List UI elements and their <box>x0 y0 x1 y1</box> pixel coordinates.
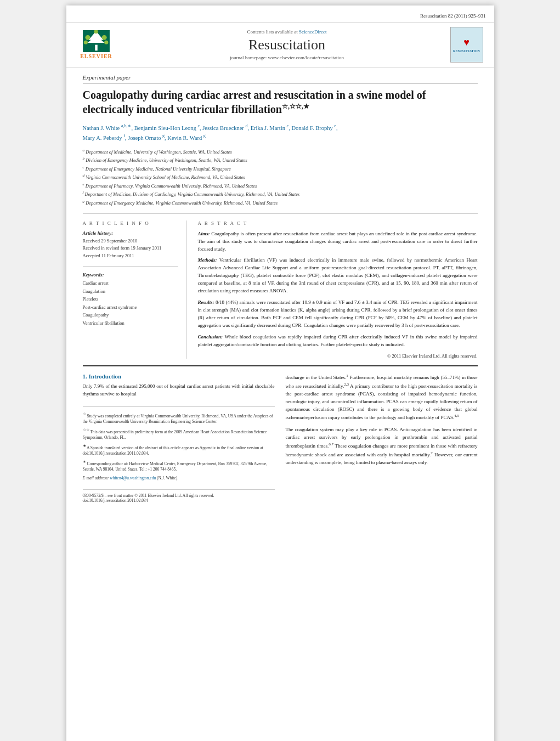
footnote-1: ☆ Study was completed entirely at Virgin… <box>83 411 275 425</box>
abstract-conclusion: Conclusion: Whole blood coagulation was … <box>198 333 478 349</box>
journal-middle: ELSEVIER Contents lists available at Sci… <box>66 22 494 67</box>
rule-in-article-info <box>83 266 178 267</box>
journal-citation: Resuscitation 82 (2011) 925–931 <box>420 13 485 19</box>
intro-para3: The coagulation system may play a key ro… <box>286 426 478 467</box>
keywords-list: Cardiac arrest Coagulation Platelets Pos… <box>83 279 178 327</box>
received-date: Received 29 September 2010 Received in r… <box>83 237 178 260</box>
footnote-3: ★ A Spanish translated version of the ab… <box>83 443 275 457</box>
svg-rect-1 <box>95 45 97 51</box>
journal-logo-right: ♥ RESUSCITATION <box>448 27 486 63</box>
intro-para2: discharge in the United States.1 Further… <box>286 373 478 422</box>
svg-point-4 <box>86 35 90 40</box>
body-col-right: discharge in the United States.1 Further… <box>286 373 478 503</box>
affil-d: d Virginia Commonwealth University Schoo… <box>83 173 478 181</box>
sciencedirect-line: Contents lists available at ScienceDirec… <box>127 29 448 35</box>
article-title: Coagulopathy during cardiac arrest and r… <box>83 88 478 116</box>
affil-a: a Department of Medicine, University of … <box>83 148 478 156</box>
elsevier-tree-icon <box>81 30 111 52</box>
keywords-group: Keywords: Cardiac arrest Coagulation Pla… <box>83 272 178 327</box>
abstract-results: Results: 8/18 (44%) animals were resusci… <box>198 299 478 330</box>
copyright-line: © 2011 Elsevier Ireland Ltd. All rights … <box>198 353 478 359</box>
email-link[interactable]: whiten4@u.washington.edu <box>110 476 156 480</box>
journal-header: Resuscitation 82 (2011) 925–931 <box>66 5 494 67</box>
intro-para1: Only 7.9% of the estimated 295,000 out o… <box>83 383 275 398</box>
article-info-panel: A R T I C L E I N F O Article history: R… <box>83 220 187 359</box>
article-info-abstract: A R T I C L E I N F O Article history: R… <box>83 220 478 359</box>
elsevier-label: ELSEVIER <box>80 53 112 59</box>
resuscitation-logo: ♥ RESUSCITATION <box>450 27 483 63</box>
journal-top-bar: Resuscitation 82 (2011) 925–931 <box>66 10 494 22</box>
title-stars: ☆,☆☆,★ <box>282 103 309 110</box>
paper-type: Experimental paper <box>83 74 478 83</box>
abstract-label: A B S T R A C T <box>198 220 478 226</box>
abstract-aims: Aims: Coagulopathy is often present afte… <box>198 230 478 253</box>
rule-after-affiliations <box>83 213 478 214</box>
main-content: Experimental paper Coagulopathy during c… <box>66 67 494 514</box>
bottom-bar: 0300-9572/$ – see front matter © 2011 El… <box>83 489 275 503</box>
affiliations: a Department of Medicine, University of … <box>83 148 478 207</box>
svg-point-5 <box>102 35 107 40</box>
sciencedirect-link[interactable]: ScienceDirect <box>299 29 326 35</box>
bottom-issn: 0300-9572/$ – see front matter © 2011 El… <box>83 493 275 498</box>
footnote-2: ☆☆ This data was presented in preliminar… <box>83 427 275 441</box>
affil-c: c Department of Emergency Medicine, Nati… <box>83 165 478 173</box>
bottom-doi: doi:10.1016/j.resuscitation.2011.02.034 <box>83 498 275 503</box>
affil-b: b Division of Emergency Medicine, Univer… <box>83 156 478 164</box>
body-rule <box>83 365 478 366</box>
authors: Nathan J. White a,b,∗, Benjamin Sieu-Hon… <box>83 123 478 143</box>
intro-heading: 1. Introduction <box>83 373 275 380</box>
affil-g: g Department of Emergency Medicine, Virg… <box>83 199 478 207</box>
footnote-5: E-mail address: whiten4@u.washington.edu… <box>83 475 275 481</box>
journal-center: Contents lists available at ScienceDirec… <box>127 29 448 60</box>
body-two-column: 1. Introduction Only 7.9% of the estimat… <box>83 373 478 503</box>
resuscitation-logo-label: RESUSCITATION <box>453 49 480 53</box>
body-col-left: 1. Introduction Only 7.9% of the estimat… <box>83 373 275 503</box>
affil-e: e Department of Pharmacy, Virginia Commo… <box>83 182 478 190</box>
heart-icon: ♥ <box>463 37 470 48</box>
journal-homepage: journal homepage: www.elsevier.com/locat… <box>127 55 448 60</box>
abstract-section: A B S T R A C T Aims: Coagulopathy is of… <box>198 220 478 359</box>
article-history-title: Article history: <box>83 230 178 236</box>
footnotes: ☆ Study was completed entirely at Virgin… <box>83 406 275 481</box>
article-info-label: A R T I C L E I N F O <box>83 220 178 226</box>
elsevier-logo: ELSEVIER <box>75 30 118 59</box>
footnote-4: ∗ Corresponding author at: Harborview Me… <box>83 459 275 473</box>
abstract-methods: Methods: Ventricular fibrillation (VF) w… <box>198 257 478 295</box>
keywords-title: Keywords: <box>83 272 178 278</box>
article-history: Article history: Received 29 September 2… <box>83 230 178 260</box>
svg-point-6 <box>84 41 88 44</box>
journal-title: Resuscitation <box>127 37 448 53</box>
svg-point-7 <box>104 41 108 44</box>
affil-f: f Department of Medicine, Division of Ca… <box>83 190 478 198</box>
page: Resuscitation 82 (2011) 925–931 <box>66 5 494 741</box>
